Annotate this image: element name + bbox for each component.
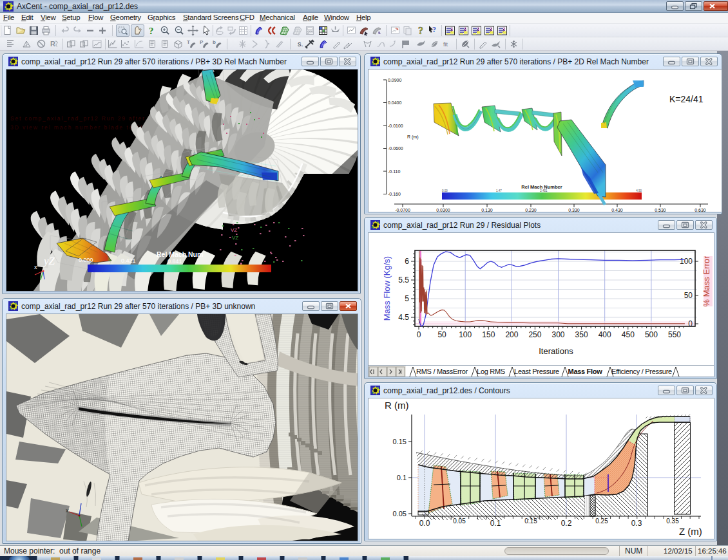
svg-text:RMS / MassError: RMS / MassError: [416, 368, 468, 375]
svg-text:-0.160: -0.160: [388, 192, 401, 196]
svg-text:0.15: 0.15: [524, 518, 537, 525]
svg-text:0.421: 0.421: [121, 257, 136, 264]
svg-text:Rel Mach Num: Rel Mach Num: [157, 250, 203, 258]
svg-text:0.430: 0.430: [611, 208, 623, 212]
svg-text:-0.0100: -0.0100: [388, 124, 403, 128]
svg-text:150: 150: [482, 330, 495, 339]
svg-text:T: T: [187, 39, 190, 45]
svg-text:300: 300: [551, 330, 564, 339]
svg-text:VZ: VZ: [232, 235, 238, 241]
svg-text:0.0300: 0.0300: [436, 208, 450, 212]
svg-text:R (m): R (m): [385, 400, 409, 411]
svg-text:5.5: 5.5: [398, 275, 409, 285]
svg-text:0.630: 0.630: [694, 208, 706, 212]
svg-text:0.1: 0.1: [490, 519, 501, 528]
svg-text:-0.0700: -0.0700: [395, 208, 410, 212]
svg-text:0.130: 0.130: [481, 208, 493, 212]
svg-text:P: P: [200, 39, 204, 45]
svg-text:R: R: [50, 40, 55, 48]
svg-text:Efficiency / Pressure: Efficiency / Pressure: [611, 368, 672, 375]
svg-text:0.1: 0.1: [397, 474, 407, 481]
svg-text:yZ: yZ: [43, 255, 55, 267]
svg-text:Mass Flow: Mass Flow: [568, 368, 603, 375]
svg-text:200: 200: [505, 330, 518, 339]
svg-text:Iterations: Iterations: [539, 346, 573, 356]
svg-text:s.: s.: [298, 40, 303, 48]
svg-text:0.05: 0.05: [453, 518, 466, 525]
svg-text:0.3: 0.3: [631, 519, 642, 528]
svg-text:100: 100: [680, 257, 693, 266]
svg-text:0: 0: [688, 319, 693, 328]
svg-text:0.15: 0.15: [393, 438, 407, 445]
svg-text:Mass Flow (Kg/s): Mass Flow (Kg/s): [382, 256, 392, 321]
svg-text:5: 5: [405, 294, 409, 303]
svg-text:0.000: 0.000: [79, 257, 93, 263]
svg-text:-0.0600: -0.0600: [388, 146, 403, 151]
svg-text:K=24/41: K=24/41: [669, 94, 704, 104]
svg-text:VZ: VZ: [231, 227, 237, 233]
svg-text:?: ?: [418, 25, 423, 36]
svg-text:450: 450: [622, 330, 635, 339]
svg-text:0.0: 0.0: [419, 519, 430, 528]
svg-text:0.2: 0.2: [561, 519, 572, 528]
svg-text:0.00: 0.00: [442, 189, 448, 192]
svg-text:?: ?: [149, 26, 154, 36]
svg-text:x: x: [66, 507, 69, 514]
svg-text:0: 0: [417, 330, 421, 339]
svg-text:Least Pressure: Least Pressure: [514, 368, 559, 375]
svg-text:1.47: 1.47: [496, 189, 502, 192]
svg-text:6: 6: [405, 257, 409, 266]
svg-text:250: 250: [528, 330, 541, 339]
svg-text:x: x: [34, 264, 37, 270]
svg-text:0.530: 0.530: [655, 208, 666, 212]
svg-text:R (m): R (m): [407, 135, 419, 140]
svg-text:0.230: 0.230: [525, 208, 537, 212]
svg-text:-0.110: -0.110: [388, 169, 400, 174]
svg-text:550: 550: [668, 330, 681, 339]
svg-text:0.25: 0.25: [595, 518, 608, 525]
svg-text:Log RMS: Log RMS: [477, 368, 505, 375]
svg-text:50: 50: [684, 291, 693, 300]
svg-text:0.05: 0.05: [393, 510, 407, 518]
svg-text:0.0900: 0.0900: [388, 78, 402, 82]
svg-text:0.0400: 0.0400: [388, 100, 402, 105]
svg-text:4.5: 4.5: [398, 313, 409, 322]
svg-text:Z (m): Z (m): [679, 526, 702, 537]
svg-text:350: 350: [575, 330, 588, 339]
svg-text:fit: fit: [443, 41, 448, 48]
svg-text:50: 50: [437, 330, 446, 339]
svg-text:b: b: [213, 39, 216, 45]
svg-text:2.451: 2.451: [540, 189, 548, 192]
svg-text:100: 100: [459, 330, 472, 339]
svg-text:% Mass Error: % Mass Error: [702, 256, 711, 306]
svg-text:500: 500: [645, 330, 658, 339]
svg-text:400: 400: [599, 330, 611, 339]
svg-text:?: ?: [432, 25, 436, 34]
svg-text:0.330: 0.330: [568, 208, 580, 212]
svg-text:0.35: 0.35: [666, 518, 679, 525]
svg-text:4.90: 4.90: [636, 189, 642, 192]
svg-text:0.841: 0.841: [168, 258, 182, 265]
